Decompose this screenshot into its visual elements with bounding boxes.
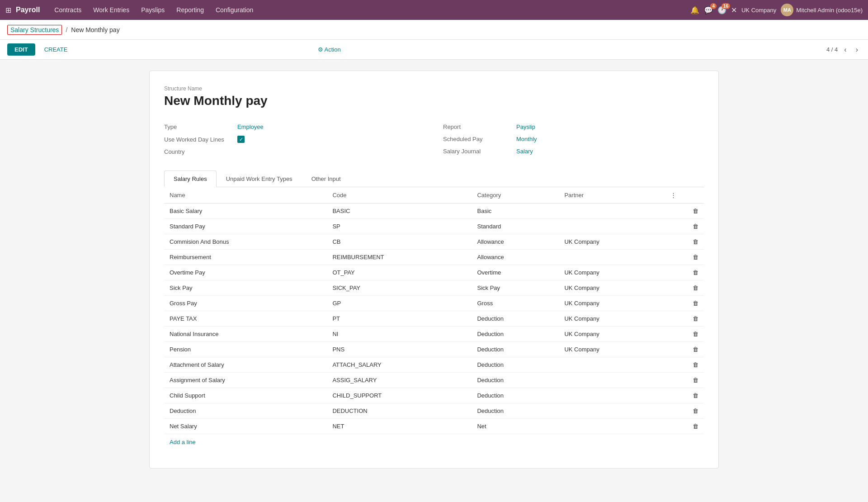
chat-icon[interactable]: 💬4 [704,6,713,14]
row-delete-button[interactable]: 🗑 [665,234,704,250]
nav-menu: Contracts Work Entries Payslips Reportin… [49,4,689,16]
row-delete-button[interactable]: 🗑 [665,265,704,280]
row-delete-button[interactable]: 🗑 [665,357,704,373]
tab-salary-rules[interactable]: Salary Rules [164,170,217,187]
row-name[interactable]: Child Support [164,388,327,403]
row-category: Deduction [472,342,559,357]
table-row: Overtime Pay OT_PAY Overtime UK Company … [164,265,704,280]
nav-payslips[interactable]: Payslips [136,4,170,16]
avatar: MA [781,4,793,16]
nav-reporting[interactable]: Reporting [171,4,209,16]
table-row: Reimbursement REIMBURSEMENT Allowance 🗑 [164,250,704,265]
row-name[interactable]: Pension [164,342,327,357]
grid-icon[interactable]: ⊞ [5,6,11,14]
clock-icon[interactable]: 🕐16 [717,6,726,14]
nav-configuration[interactable]: Configuration [210,4,259,16]
row-name[interactable]: Net Salary [164,419,327,434]
row-delete-button[interactable]: 🗑 [665,296,704,311]
row-delete-button[interactable]: 🗑 [665,219,704,234]
row-delete-button[interactable]: 🗑 [665,250,704,265]
type-value[interactable]: Employee [237,123,264,130]
row-name[interactable]: Assignment of Salary [164,373,327,388]
row-name[interactable]: PAYE TAX [164,311,327,327]
row-name[interactable]: Attachment of Salary [164,357,327,373]
row-partner [559,388,665,403]
row-delete-button[interactable]: 🗑 [665,327,704,342]
worked-day-lines-checkbox[interactable]: ✓ [237,136,245,143]
tab-other-input[interactable]: Other Input [302,170,350,187]
nav-contracts[interactable]: Contracts [49,4,87,16]
row-code: NI [327,327,472,342]
row-code: ATTACH_SALARY [327,357,472,373]
company-name: UK Company [741,7,776,14]
row-delete-button[interactable]: 🗑 [665,280,704,296]
table-row: Standard Pay SP Standard 🗑 [164,219,704,234]
form-card: Structure Name New Monthly pay Type Empl… [149,71,719,469]
breadcrumb-parent[interactable]: Salary Structures [7,25,62,35]
add-line-button[interactable]: Add a line [164,434,201,450]
row-name[interactable]: Commision And Bonus [164,234,327,250]
row-delete-button[interactable]: 🗑 [665,373,704,388]
row-delete-button[interactable]: 🗑 [665,204,704,219]
row-name[interactable]: Deduction [164,403,327,419]
user-menu[interactable]: MA Mitchell Admin (odoo15e) [781,4,863,16]
fields-left: Type Employee Use Worked Day Lines ✓ Cou… [164,121,425,158]
next-button[interactable]: › [853,45,861,55]
row-delete-button[interactable]: 🗑 [665,419,704,434]
chat-badge: 4 [710,3,717,9]
fields-right: Report Payslip Scheduled Pay Monthly Sal… [443,121,704,158]
field-country: Country [164,146,425,158]
row-code: GP [327,296,472,311]
nav-work-entries[interactable]: Work Entries [88,4,135,16]
col-partner: Partner [559,187,665,204]
row-name[interactable]: Gross Pay [164,296,327,311]
scheduled-pay-label: Scheduled Pay [443,136,511,142]
scheduled-pay-value[interactable]: Monthly [516,136,537,142]
action-button[interactable]: ⚙ Action [318,46,341,53]
user-name: Mitchell Admin (odoo15e) [796,7,863,14]
row-delete-button[interactable]: 🗑 [665,342,704,357]
field-worked-day-lines: Use Worked Day Lines ✓ [164,133,425,146]
table-row: PAYE TAX PT Deduction UK Company 🗑 [164,311,704,327]
bell-icon[interactable]: 🔔 [690,6,699,14]
row-category: Allowance [472,250,559,265]
topnav-right: 🔔 💬4 🕐16 ✕ UK Company MA Mitchell Admin … [690,4,863,16]
row-category: Deduction [472,388,559,403]
edit-button[interactable]: EDIT [7,43,35,56]
row-code: SP [327,219,472,234]
row-delete-button[interactable]: 🗑 [665,403,704,419]
row-name[interactable]: Standard Pay [164,219,327,234]
col-category: Category [472,187,559,204]
row-name[interactable]: Sick Pay [164,280,327,296]
create-button[interactable]: CREATE [39,43,73,56]
row-delete-button[interactable]: 🗑 [665,311,704,327]
table-row: National Insurance NI Deduction UK Compa… [164,327,704,342]
structure-name-title: New Monthly pay [164,94,704,108]
tab-unpaid-work-entry[interactable]: Unpaid Work Entry Types [217,170,302,187]
table-row: Sick Pay SICK_PAY Sick Pay UK Company 🗑 [164,280,704,296]
breadcrumb-current: New Monthly pay [71,26,119,33]
row-name[interactable]: Basic Salary [164,204,327,219]
report-value[interactable]: Payslip [516,123,535,130]
row-category: Standard [472,219,559,234]
table-row: Assignment of Salary ASSIG_SALARY Deduct… [164,373,704,388]
structure-name-label: Structure Name [164,85,704,92]
row-partner [559,403,665,419]
close-icon[interactable]: ✕ [731,6,737,14]
row-name[interactable]: Reimbursement [164,250,327,265]
col-menu[interactable]: ⋮ [665,187,704,204]
row-partner: UK Company [559,280,665,296]
row-partner [559,204,665,219]
prev-button[interactable]: ‹ [841,45,849,55]
row-partner [559,357,665,373]
field-type: Type Employee [164,121,425,133]
row-code: BASIC [327,204,472,219]
row-category: Sick Pay [472,280,559,296]
salary-table: Name Code Category Partner ⋮ Basic Salar… [164,187,704,434]
row-delete-button[interactable]: 🗑 [665,388,704,403]
row-code: NET [327,419,472,434]
row-name[interactable]: National Insurance [164,327,327,342]
row-partner [559,373,665,388]
row-name[interactable]: Overtime Pay [164,265,327,280]
salary-journal-value[interactable]: Salary [516,148,533,155]
